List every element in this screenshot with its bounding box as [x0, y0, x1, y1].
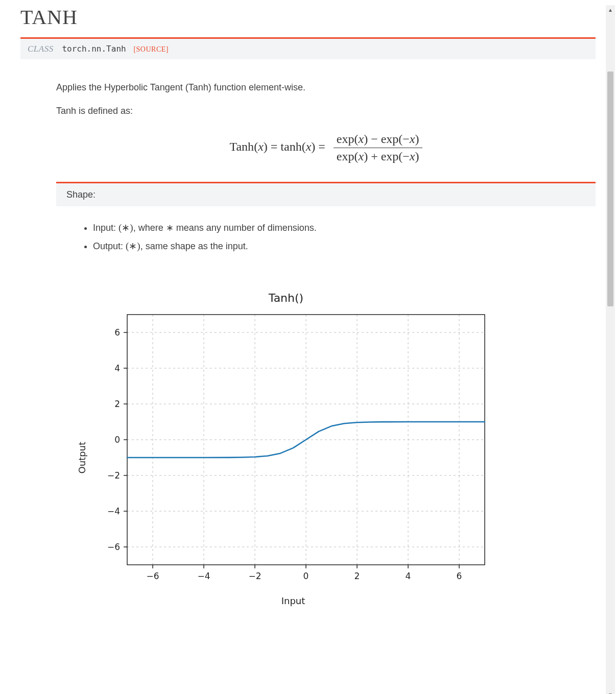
source-link[interactable]: [SOURCE] — [133, 45, 169, 53]
scroll-down-icon[interactable]: ▼ — [606, 690, 615, 694]
shape-input: Input: (∗), where ∗ means any number of … — [93, 219, 596, 237]
shape-section: Shape: Input: (∗), where ∗ means any num… — [56, 182, 596, 255]
chart-svg: −6−4−20246−6−4−20246 — [97, 309, 490, 590]
formula-denominator: exp(x) + exp(−x) — [334, 148, 422, 164]
scroll-up-icon[interactable]: ▲ — [606, 5, 615, 14]
svg-text:4: 4 — [406, 571, 411, 581]
svg-text:2: 2 — [354, 571, 360, 581]
page-title: TANH — [20, 5, 596, 29]
svg-text:−4: −4 — [197, 571, 210, 581]
class-fqn: torch.nn.Tanh — [62, 44, 126, 54]
formula-numerator: exp(x) − exp(−x) — [334, 132, 422, 148]
svg-text:6: 6 — [114, 327, 120, 338]
svg-text:0: 0 — [114, 435, 120, 445]
shape-header: Shape: — [56, 183, 596, 206]
svg-text:−6: −6 — [107, 542, 120, 552]
svg-text:0: 0 — [303, 571, 309, 581]
class-signature: CLASS torch.nn.Tanh [SOURCE] — [20, 37, 596, 59]
description-line-1: Applies the Hyperbolic Tangent (Tanh) fu… — [56, 81, 596, 95]
svg-text:4: 4 — [114, 363, 120, 373]
chart-title: Tanh() — [77, 292, 495, 304]
formula: Tanh(x) = tanh(x) = exp(x) − exp(−x) exp… — [56, 132, 596, 164]
description-line-2: Tanh is defined as: — [56, 104, 596, 118]
shape-output: Output: (∗), same shape as the input. — [93, 237, 596, 255]
svg-text:−2: −2 — [107, 470, 120, 481]
svg-text:−4: −4 — [107, 506, 120, 516]
scroll-thumb[interactable] — [607, 71, 613, 306]
scrollbar[interactable]: ▲ ▼ — [606, 5, 615, 694]
chart-ylabel: Output — [77, 442, 87, 474]
formula-lhs: Tanh(x) = tanh(x) = — [229, 140, 325, 153]
kind-label: CLASS — [28, 44, 54, 54]
tanh-plot: Tanh() Output −6−4−20246−6−4−20246 Input — [77, 292, 495, 606]
svg-text:2: 2 — [114, 399, 120, 409]
svg-text:6: 6 — [457, 571, 462, 581]
chart-xlabel: Input — [97, 595, 490, 606]
svg-text:−2: −2 — [248, 571, 261, 581]
svg-text:−6: −6 — [146, 571, 159, 581]
